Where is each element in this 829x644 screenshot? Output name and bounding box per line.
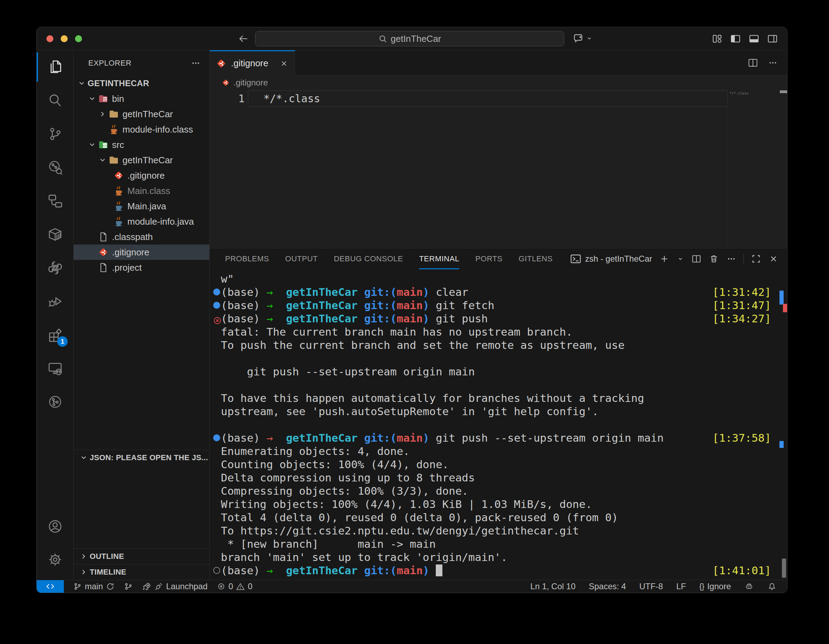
- panel-tab-terminal[interactable]: TERMINAL: [419, 249, 459, 269]
- activity-bar-item-remote-explorer[interactable]: [37, 352, 73, 385]
- tree-item-src[interactable]: </>src: [74, 137, 210, 153]
- launchpad-status-item[interactable]: Launchpad: [142, 581, 208, 591]
- breadcrumb-label: .gitignore: [233, 78, 268, 88]
- panel-more-actions-button[interactable]: [726, 254, 736, 264]
- terminal-text: git:(: [364, 299, 397, 312]
- customize-layout-button[interactable]: [711, 33, 723, 44]
- terminal-output[interactable]: w"(base) → getInTheCar git:(main) clear[…: [210, 269, 787, 580]
- bottom-panel: PROBLEMSOUTPUTDEBUG CONSOLETERMINALPORTS…: [210, 248, 787, 580]
- maximize-panel-button[interactable]: [751, 254, 761, 264]
- section-header-json[interactable]: JSON: PLEASE OPEN THE JS...: [74, 450, 210, 465]
- breadcrumb[interactable]: .gitignore: [210, 76, 787, 90]
- terminal-dropdown-icon[interactable]: [676, 255, 684, 263]
- git-file-icon: [222, 79, 230, 87]
- activity-bar-item-settings[interactable]: [37, 543, 73, 576]
- terminal-instance[interactable]: zsh - getInTheCar: [570, 253, 652, 265]
- split-terminal-button[interactable]: [691, 254, 701, 264]
- section-header-outline[interactable]: OUTLINE: [74, 549, 210, 564]
- terminal-line: (base) → getInTheCar git:(main) git push…: [221, 312, 771, 325]
- traffic-close-button[interactable]: [46, 35, 54, 42]
- traffic-minimize-button[interactable]: [61, 35, 68, 42]
- cursor-position-status-item[interactable]: Ln 1, Col 10: [530, 581, 575, 591]
- copilot-chat-button[interactable]: [572, 32, 593, 44]
- editor-more-actions-button[interactable]: [768, 58, 778, 68]
- activity-bar-item-python[interactable]: [37, 251, 73, 285]
- encoding-status-item[interactable]: UTF-8: [639, 581, 663, 591]
- activity-bar-item-account[interactable]: [37, 510, 73, 543]
- activity-bar-item-container[interactable]: [37, 218, 73, 251]
- tree-root-folder[interactable]: GETINTHECAR: [74, 76, 210, 91]
- tab-gitignore[interactable]: .gitignore: [210, 50, 295, 76]
- activity-bar-item-source-control[interactable]: [37, 117, 73, 151]
- tree-item-getinthecar[interactable]: getInTheCar: [74, 106, 210, 122]
- tree-item--project[interactable]: .project: [74, 260, 210, 275]
- split-editor-button[interactable]: [747, 57, 758, 68]
- activity-bar-item-gitlens[interactable]: [37, 385, 73, 419]
- tree-item-main-java[interactable]: Main.java: [74, 198, 210, 214]
- explorer-title: EXPLORER: [88, 58, 132, 68]
- panel-tab-output[interactable]: OUTPUT: [285, 249, 317, 269]
- error-count: 0: [229, 581, 233, 591]
- command-error-decoration[interactable]: [213, 314, 222, 323]
- activity-bar-item-explorer[interactable]: [37, 50, 73, 84]
- notifications-status-item[interactable]: [767, 582, 777, 591]
- toggle-panel-button[interactable]: [749, 33, 760, 44]
- activity-bar-item-search[interactable]: [37, 84, 73, 117]
- minimap[interactable]: */*.class: [727, 90, 780, 248]
- problems-status-item[interactable]: 0 0: [217, 581, 252, 591]
- language-mode-status-item[interactable]: {} Ignore: [699, 581, 731, 591]
- eol-status-item[interactable]: LF: [676, 581, 686, 591]
- back-button[interactable]: [238, 33, 249, 45]
- copilot-status-item[interactable]: [744, 581, 754, 591]
- tree-item--gitignore[interactable]: .gitignore: [74, 168, 210, 183]
- new-terminal-button[interactable]: [659, 254, 670, 264]
- minimap-text: */*.class: [730, 91, 749, 95]
- tree-item-module-info-java[interactable]: module-info.java: [74, 214, 210, 229]
- run-debug-icon: [47, 293, 63, 309]
- command-success-decoration[interactable]: [213, 435, 220, 441]
- kill-terminal-icon[interactable]: [709, 254, 719, 264]
- terminal-scrollbar-thumb[interactable]: [782, 559, 786, 578]
- command-success-decoration[interactable]: [213, 302, 220, 309]
- activity-bar-item-extensions[interactable]: 1: [37, 318, 73, 352]
- tree-item--classpath[interactable]: .classpath: [74, 229, 210, 244]
- tree-item-module-info-class[interactable]: module-info.class: [74, 122, 210, 137]
- terminal-text: →: [266, 431, 273, 444]
- branch-status-item[interactable]: main: [73, 581, 115, 591]
- panel-tab-gitlens[interactable]: GITLENS: [519, 249, 553, 269]
- tree-item-getinthecar[interactable]: getInTheCar: [74, 153, 210, 168]
- terminal-text: Delta compression using up to 8 threads: [221, 471, 475, 484]
- activity-bar-item-gitlens-inspect[interactable]: [37, 151, 73, 184]
- terminal-text: getInTheCar: [286, 299, 358, 312]
- explorer-more-actions-icon[interactable]: [191, 58, 201, 68]
- command-success-decoration[interactable]: [213, 288, 220, 296]
- chat-sparkle-icon: [572, 32, 585, 44]
- panel-tab-ports[interactable]: PORTS: [475, 249, 503, 269]
- panel-tab-debug-console[interactable]: DEBUG CONSOLE: [334, 249, 403, 269]
- tree-item-main-class[interactable]: Main.class: [74, 183, 210, 198]
- toggle-sidebar-button[interactable]: [730, 33, 741, 44]
- tree-item-bin[interactable]: 0110bin: [74, 91, 210, 106]
- panel-tab-problems[interactable]: PROBLEMS: [225, 249, 269, 269]
- tree-item-label: .classpath: [112, 231, 153, 242]
- file-icon: [98, 231, 109, 242]
- commit-graph-status-item[interactable]: [124, 582, 133, 591]
- terminal-text: git fetch: [429, 299, 494, 312]
- activity-bar-item-project-hierarchy[interactable]: [37, 184, 73, 218]
- editor-scrollbar-mark[interactable]: [780, 90, 787, 93]
- code-editor[interactable]: 1 */*.class */*.class: [210, 90, 787, 248]
- section-header-timeline[interactable]: TIMELINE: [74, 564, 210, 580]
- command-pending-decoration[interactable]: [213, 567, 220, 574]
- command-center-search[interactable]: getInTheCar: [255, 31, 564, 46]
- section-label: OUTLINE: [90, 552, 124, 561]
- close-panel-button[interactable]: [768, 254, 779, 264]
- toggle-secondary-sidebar-button[interactable]: [767, 33, 778, 44]
- terminal-command-mark: [779, 298, 784, 305]
- activity-bar-item-run-debug[interactable]: [37, 285, 73, 318]
- remote-indicator[interactable]: [37, 580, 64, 593]
- close-tab-icon[interactable]: [279, 59, 288, 68]
- tree-item--gitignore[interactable]: .gitignore: [74, 244, 210, 260]
- traffic-zoom-button[interactable]: [75, 35, 82, 42]
- indentation-status-item[interactable]: Spaces: 4: [589, 581, 626, 591]
- terminal-text: [358, 299, 364, 312]
